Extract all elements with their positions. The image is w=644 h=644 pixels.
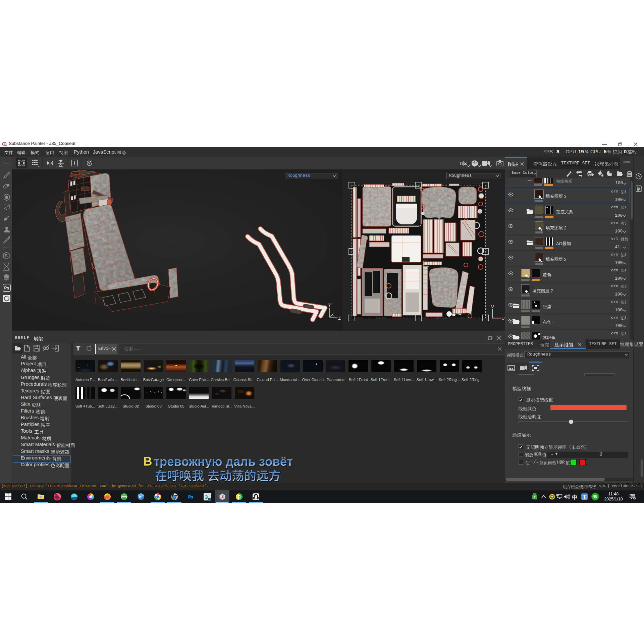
svg-text:U: U bbox=[501, 316, 504, 321]
svg-text:V: V bbox=[491, 304, 494, 309]
svg-text:S: S bbox=[5, 253, 8, 258]
svg-text:3: 3 bbox=[205, 494, 208, 500]
svg-text:x: x bbox=[332, 312, 334, 316]
svg-text:Ps: Ps bbox=[188, 495, 193, 499]
svg-text:e: e bbox=[139, 494, 141, 499]
svg-text:Ps: Ps bbox=[4, 286, 9, 290]
svg-text:D: D bbox=[460, 161, 463, 166]
svg-text:Z: Z bbox=[338, 316, 341, 321]
